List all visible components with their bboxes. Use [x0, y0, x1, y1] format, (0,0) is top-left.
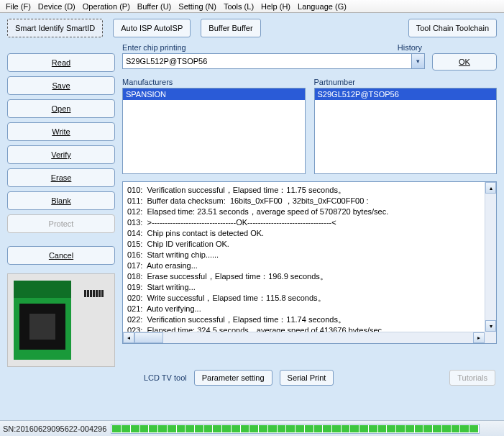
chip-combobox[interactable]: ▾	[122, 53, 425, 69]
lcd-tv-tool-label: LCD TV tool	[144, 373, 187, 382]
open-button[interactable]: Open	[7, 99, 115, 118]
menu-tools[interactable]: Tools (L)	[221, 1, 257, 12]
log-line: 016: Start writing chip......	[127, 250, 492, 260]
list-item[interactable]: SPANSION	[123, 88, 305, 100]
write-button[interactable]: Write	[7, 122, 115, 141]
bottom-bar: LCD TV tool Parameter setting Serial Pri…	[0, 367, 504, 389]
log-line: 017: Auto erasing...	[127, 260, 492, 271]
manufacturers-label: Manufacturers	[122, 78, 306, 86]
scroll-right-icon[interactable]: ▸	[473, 332, 485, 343]
log-line: 020: Write successful，Elapsed time：115.8…	[127, 293, 492, 304]
scroll-corner	[485, 332, 496, 343]
buffer-button[interactable]: Buffer Buffer	[201, 19, 260, 37]
serial-number-label: SN:20160629095622-004296	[3, 424, 106, 433]
smart-identify-button[interactable]: Smart Identify SmartID	[7, 19, 103, 37]
log-line: 015: Chip ID verification OK.	[127, 239, 492, 250]
chip-input[interactable]	[122, 53, 412, 69]
log-line: 022: Verification successful，Elapsed tim…	[127, 314, 492, 325]
verify-button[interactable]: Verify	[7, 145, 115, 164]
ok-button[interactable]: OK	[432, 53, 497, 71]
tutorials-button: Tutorials	[449, 370, 495, 386]
enter-chip-label: Enter chip printing	[122, 43, 186, 52]
adapter-board-icon	[14, 281, 71, 360]
read-button[interactable]: Read	[7, 53, 115, 72]
partnumber-list[interactable]: S29GL512P@TSOP56	[314, 88, 498, 174]
log-line: 018: Erase successful，Elapsed time：196.9…	[127, 271, 492, 282]
tool-chain-button[interactable]: Tool Chain Toolchain	[408, 19, 497, 37]
log-line: 019: Start writing...	[127, 282, 492, 293]
progress-bar	[111, 424, 480, 434]
scroll-down-icon[interactable]: ▾	[485, 320, 496, 332]
save-button[interactable]: Save	[7, 76, 115, 95]
menu-device[interactable]: Device (D)	[35, 1, 78, 12]
scroll-thumb[interactable]	[134, 332, 163, 343]
menu-setting[interactable]: Setting (N)	[175, 1, 219, 12]
log-line: 010: Verification successful，Elapsed tim…	[127, 185, 492, 196]
erase-button[interactable]: Erase	[7, 168, 115, 187]
menu-operation[interactable]: Operation (P)	[80, 1, 133, 12]
history-label: History	[398, 43, 422, 52]
log-line: 021: Auto verifying...	[127, 304, 492, 314]
horizontal-scrollbar[interactable]: ◂ ▸	[123, 332, 485, 343]
auto-isp-button[interactable]: Auto ISP AutoISP	[113, 19, 191, 37]
blank-button[interactable]: Blank	[7, 191, 115, 210]
log-line: 013: >--------------------------------OK…	[127, 217, 492, 228]
menu-language[interactable]: Language (G)	[295, 1, 349, 12]
menu-help[interactable]: Help (H)	[258, 1, 293, 12]
cancel-button[interactable]: Cancel	[7, 246, 115, 265]
sidebar: Read Save Open Write Verify Erase Blank …	[7, 43, 115, 367]
parameter-setting-button[interactable]: Parameter setting	[194, 370, 272, 386]
menu-file[interactable]: File (F)	[3, 1, 34, 12]
toolbar: Smart Identify SmartID Auto ISP AutoISP …	[0, 13, 504, 43]
serial-print-button[interactable]: Serial Print	[280, 370, 334, 386]
log-panel: 010: Verification successful，Elapsed tim…	[122, 181, 497, 344]
log-line: 012: Elapsed time: 23.51 seconds，average…	[127, 206, 492, 217]
protect-button: Protect	[7, 214, 115, 233]
chevron-down-icon[interactable]: ▾	[412, 53, 425, 69]
log-line: 011: Buffer data checksum: 16bits_0xFF00…	[127, 196, 492, 206]
status-bar: SN:20160629095622-004296	[0, 420, 504, 436]
device-image	[7, 273, 115, 367]
vertical-scrollbar[interactable]: ▴ ▾	[485, 182, 496, 332]
scroll-up-icon[interactable]: ▴	[485, 182, 496, 194]
list-item[interactable]: S29GL512P@TSOP56	[315, 88, 497, 100]
manufacturers-list[interactable]: SPANSION	[122, 88, 306, 174]
pin-header-icon	[84, 290, 104, 297]
scroll-left-icon[interactable]: ◂	[123, 332, 134, 343]
menu-buffer[interactable]: Buffer (U)	[134, 1, 174, 12]
log-line: 014: Chip pins contact is detected OK.	[127, 228, 492, 239]
partnumber-label: Partnumber	[314, 78, 498, 86]
menubar: File (F) Device (D) Operation (P) Buffer…	[0, 0, 504, 13]
